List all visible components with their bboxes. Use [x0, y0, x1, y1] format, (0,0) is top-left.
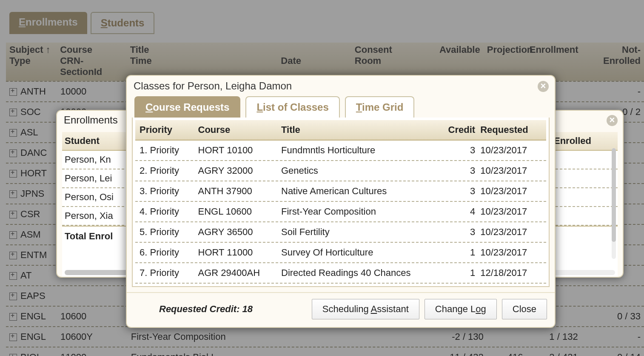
- table-row[interactable]: 4. PriorityENGL 10600First-Year Composit…: [135, 202, 546, 222]
- dialog-tab[interactable]: List of Classes: [245, 96, 339, 118]
- expand-icon[interactable]: [9, 272, 17, 280]
- hdr-requested[interactable]: Requested: [478, 123, 544, 137]
- tab-students[interactable]: Students: [91, 12, 155, 34]
- hdr-consent[interactable]: ConsentRoom: [351, 43, 421, 79]
- dialog-tabs: Course RequestsList of ClassesTime Grid: [127, 96, 555, 118]
- scroll-thumb[interactable]: [612, 148, 616, 242]
- expand-icon[interactable]: [9, 293, 17, 300]
- hdr-req-course[interactable]: Course: [196, 123, 279, 137]
- hdr-course[interactable]: CourseCRN-SectionId: [57, 43, 126, 79]
- table-row[interactable]: 3. PriorityANTH 37900Native American Cul…: [135, 181, 546, 202]
- table-row[interactable]: 6. PriorityHORT 11000Survey Of Horticult…: [135, 243, 546, 263]
- hdr-subject[interactable]: Subject ↑Type: [6, 43, 57, 79]
- hdr-req-title[interactable]: Title: [279, 123, 440, 137]
- dialog-title: Classes for Person, Leigha Damon: [127, 76, 555, 96]
- expand-icon[interactable]: [9, 333, 17, 341]
- expand-icon[interactable]: [9, 252, 17, 259]
- tab-enrollments[interactable]: Enrollments: [9, 12, 87, 34]
- expand-icon[interactable]: [9, 313, 17, 321]
- expand-icon[interactable]: [9, 170, 17, 178]
- table-row[interactable]: 2. PriorityAGRY 32000Genetics310/23/2017: [135, 161, 546, 181]
- hdr-date[interactable]: Date: [277, 43, 351, 79]
- expand-icon[interactable]: [9, 190, 17, 198]
- close-button[interactable]: Close: [502, 299, 547, 319]
- hdr-projection[interactable]: Projection: [484, 43, 526, 79]
- requested-credit-label: Requested Credit: 18: [159, 304, 253, 315]
- table-row[interactable]: 5. PriorityAGRY 36500Soil Fertility310/2…: [135, 222, 546, 243]
- hdr-enrollment[interactable]: Enrollment: [526, 43, 582, 79]
- table-row[interactable]: 7. PriorityAGR 29400AHDirected Readings …: [135, 263, 546, 284]
- expand-icon[interactable]: [9, 149, 17, 157]
- classes-dialog: Classes for Person, Leigha Damon × Cours…: [126, 75, 556, 328]
- expand-icon[interactable]: [9, 211, 17, 218]
- expand-icon[interactable]: [9, 354, 17, 356]
- hdr-credit[interactable]: Credit: [440, 123, 478, 137]
- expand-icon[interactable]: [9, 129, 17, 137]
- close-icon[interactable]: ×: [538, 81, 549, 92]
- dialog-tab[interactable]: Time Grid: [345, 96, 415, 118]
- hdr-enrolled[interactable]: Enrolled: [554, 135, 605, 146]
- hdr-priority[interactable]: Priority: [137, 123, 196, 137]
- vertical-scrollbar[interactable]: [612, 148, 616, 259]
- hdr-available[interactable]: Available: [421, 43, 483, 79]
- table-row[interactable]: BIOL11000Fundamentals Biol I11 / 4324162…: [6, 347, 644, 356]
- scheduling-assistant-button[interactable]: Scheduling Assistant: [312, 299, 419, 319]
- hdr-title[interactable]: TitleTime: [127, 43, 278, 79]
- hdr-notenrolled[interactable]: Not-Enrolled: [582, 43, 644, 79]
- course-requests-panel: Priority Course Title Credit Requested 1…: [132, 118, 550, 287]
- expand-icon[interactable]: [9, 88, 17, 96]
- table-row[interactable]: 1. PriorityHORT 10100Fundmntls Horticult…: [135, 141, 546, 161]
- table-row[interactable]: ENGL10600YFirst-Year Composition-2 / 130…: [6, 327, 644, 347]
- dialog-footer: Requested Credit: 18 Scheduling Assistan…: [127, 292, 555, 327]
- change-log-button[interactable]: Change Log: [425, 299, 497, 319]
- dialog-tab[interactable]: Course Requests: [134, 96, 240, 118]
- expand-icon[interactable]: [9, 109, 17, 116]
- close-icon[interactable]: ×: [607, 115, 618, 126]
- requests-header: Priority Course Title Credit Requested: [135, 120, 546, 141]
- main-tabs: Enrollments Students: [9, 12, 154, 34]
- request-rows: 1. PriorityHORT 10100Fundmntls Horticult…: [135, 141, 546, 284]
- expand-icon[interactable]: [9, 231, 17, 239]
